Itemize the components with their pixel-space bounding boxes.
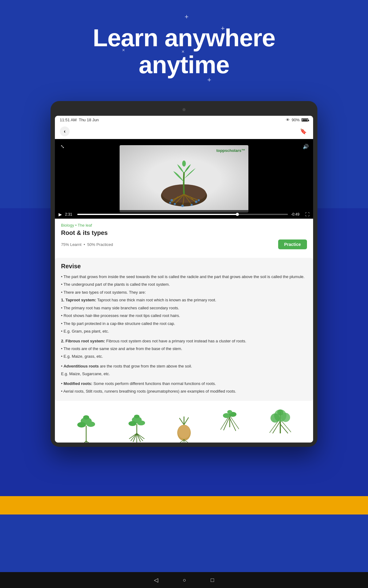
fullscreen-button[interactable]: ⛶ [305,212,309,217]
plant-illus-aerial [263,409,297,443]
svg-point-6 [191,204,193,206]
hero-title: Learn anywhere anytime [0,24,368,78]
video-progress-bar[interactable] [77,214,288,215]
revise-content: • The part that grows from inside the se… [61,273,307,395]
svg-point-7 [195,201,197,203]
video-remaining-time: -0:49 [291,212,302,217]
tablet-top-bar [55,105,313,114]
video-watermark: toppscholars™ [216,148,245,153]
svg-point-8 [198,199,200,202]
android-recent-button[interactable]: □ [211,577,214,583]
volume-icon: 🔊 [303,144,309,149]
plant-illus-stilt [216,409,243,443]
svg-line-34 [184,417,189,425]
video-black-right [252,139,313,219]
video-controls: ▶ 2:31 -0:49 ⛶ [55,210,313,219]
android-nav-bar: ◁ ○ □ [0,572,368,588]
revise-point-10: • The roots are of the same size and ari… [61,345,307,352]
tablet-screen: 11:51 AM Thu 18 Jun 👁 90% ‹ 🔖 [55,116,313,443]
svg-point-28 [137,420,145,425]
revise-point-11: • E.g. Maize, grass, etc. [61,353,307,360]
svg-point-27 [128,421,136,426]
back-button[interactable]: ‹ [60,126,70,136]
revise-point-15: • Aerial roots, Stilt roots, runners bre… [61,388,307,394]
progress-knob [236,213,239,216]
status-time-date: 11:51 AM Thu 18 Jun [60,118,99,122]
revise-point-12: • Adventitious roots are the roots that … [61,363,307,369]
play-button[interactable]: ▶ [59,212,62,217]
revise-point-8: • E.g. Gram, pea plant, etc. [61,328,307,334]
svg-point-16 [86,421,95,427]
revise-point-2: • The underground part of the plants is … [61,281,307,288]
revise-point-13: E.g. Maize, Sugarcane, etc. [61,371,307,377]
tablet-frame: 11:51 AM Thu 18 Jun 👁 90% ‹ 🔖 [51,101,317,447]
revise-section: Revise • The part that grows from inside… [55,258,313,401]
android-home-button[interactable]: ○ [183,577,186,583]
revise-point-1: • The part that grows from inside the se… [61,273,307,280]
hero-section: Learn anywhere anytime [0,0,368,78]
volume-button[interactable]: 🔊 [301,142,310,151]
svg-point-4 [174,203,176,205]
practice-button[interactable]: Practice [278,239,307,249]
svg-line-11 [82,441,86,443]
svg-point-55 [277,409,283,416]
video-progress-fill [77,214,237,215]
back-icon: ‹ [64,129,65,134]
svg-point-3 [169,202,171,204]
revise-point-6: • Root shows hair-like processes near th… [61,312,307,319]
svg-point-2 [171,199,173,202]
svg-point-9 [182,160,186,167]
revise-point-9: 2. Fibrous root system: Fibrous root sys… [61,338,307,344]
svg-point-15 [77,422,86,428]
nav-bar: ‹ 🔖 [55,124,313,139]
video-current-time: 2:31 [65,212,74,217]
video-player[interactable]: toppscholars™ ⤡ 🔊 ▶ 2:31 [55,139,313,219]
lesson-title: Root & its types [61,229,307,236]
svg-point-46 [227,410,232,414]
svg-line-33 [179,418,184,425]
plant-illus-fibrous [121,409,152,443]
expand-icon: ⤡ [60,144,64,149]
status-bar: 11:51 AM Thu 18 Jun 👁 90% [55,116,313,124]
plant-illus-taproot [71,409,102,443]
progress-row: 75% Learnt • 50% Practiced Practice [61,239,307,249]
svg-line-49 [280,424,288,433]
plant-illus-bulb [172,409,196,443]
expand-button[interactable]: ⤡ [58,142,67,151]
svg-point-17 [83,415,89,420]
svg-point-5 [181,205,184,207]
revise-point-14: • Modified roots: Some roots perform dif… [61,380,307,387]
battery-icon [301,118,308,122]
status-right: 👁 90% [286,118,308,122]
revise-point-3: • There are two types of root systems. T… [61,289,307,296]
plant-illustrations [55,406,313,443]
tablet-camera [182,108,186,111]
video-content-area: toppscholars™ [120,145,248,213]
plant-illustration [153,148,215,209]
svg-point-31 [178,425,190,439]
breadcrumb: Biology • The leaf [61,223,307,228]
bookmark-icon: 🔖 [300,128,307,135]
revise-title: Revise [61,263,307,270]
progress-stats: 75% Learnt • 50% Practiced [61,242,113,247]
svg-point-29 [134,415,140,418]
android-back-button[interactable]: ◁ [154,577,158,583]
bookmark-button[interactable]: 🔖 [298,126,308,136]
video-black-left [55,139,116,219]
revise-point-4: 1. Taproot system: Taproot has one thick… [61,297,307,303]
eye-icon: 👁 [286,118,290,122]
lesson-info: Biology • The leaf Root & its types 75% … [55,219,313,258]
revise-point-7: • The tip part protected in a cap-like s… [61,320,307,327]
tablet-device: 11:51 AM Thu 18 Jun 👁 90% ‹ 🔖 [51,101,317,447]
revise-point-5: • The primary root has many side branche… [61,305,307,311]
